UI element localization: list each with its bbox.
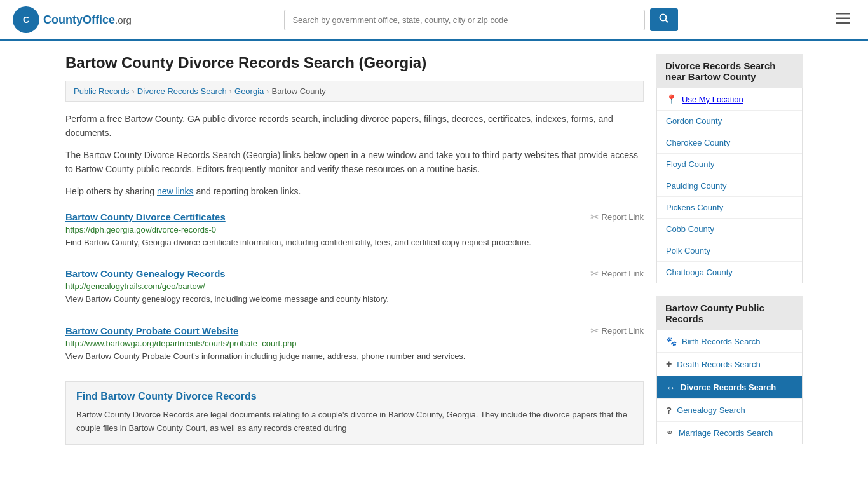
description-1: Perform a free Bartow County, GA public … — [65, 112, 644, 140]
nearby-cobb-county[interactable]: Cobb County — [657, 219, 802, 240]
breadcrumb-georgia[interactable]: Georgia — [234, 86, 264, 96]
floyd-county-link[interactable]: Floyd County — [666, 159, 715, 169]
find-section: Find Bartow County Divorce Records Barto… — [65, 381, 644, 445]
report-link-3[interactable]: ✂ Report Link — [590, 325, 644, 337]
svg-rect-4 — [836, 13, 850, 15]
nearby-pickens-county[interactable]: Pickens County — [657, 197, 802, 219]
use-location-item[interactable]: 📍 Use My Location — [657, 88, 802, 111]
report-label-3: Report Link — [602, 326, 644, 336]
report-label-1: Report Link — [602, 212, 644, 222]
gordon-county-link[interactable]: Gordon County — [666, 116, 722, 126]
svg-text:C: C — [23, 15, 29, 25]
find-title: Find Bartow County Divorce Records — [76, 391, 633, 402]
record-desc-2: View Bartow County genealogy records, in… — [65, 293, 644, 306]
logo-org: .org — [115, 15, 132, 25]
record-entry-3: Bartow County Probate Court Website ✂ Re… — [65, 325, 644, 369]
birth-records-link[interactable]: Birth Records Search — [682, 337, 761, 346]
record-header-1: Bartow County Divorce Certificates ✂ Rep… — [65, 211, 644, 223]
search-button[interactable] — [650, 8, 678, 31]
nearby-gordon-county[interactable]: Gordon County — [657, 111, 802, 132]
public-records-header: Bartow County Public Records — [656, 296, 803, 330]
main-container: Bartow County Divorce Records Search (Ge… — [53, 41, 815, 470]
breadcrumb-sep-1: › — [132, 86, 134, 96]
record-title-3[interactable]: Bartow County Probate Court Website — [65, 325, 238, 336]
nearby-section: Divorce Records Search near Bartow Count… — [656, 54, 803, 283]
nearby-cherokee-county[interactable]: Cherokee County — [657, 132, 802, 154]
paulding-county-link[interactable]: Paulding County — [666, 181, 726, 191]
divorce-records-item[interactable]: ↔ Divorce Records Search — [657, 376, 802, 399]
record-desc-1: Find Bartow County, Georgia divorce cert… — [65, 236, 644, 249]
breadcrumb-sep-2: › — [229, 86, 232, 96]
use-location-link[interactable]: Use My Location — [682, 95, 743, 104]
search-area — [284, 8, 678, 31]
divorce-records-link[interactable]: Divorce Records Search — [681, 383, 776, 392]
location-icon: 📍 — [666, 94, 677, 104]
public-records-section: Bartow County Public Records 🐾 Birth Rec… — [656, 296, 803, 444]
report-icon-1: ✂ — [590, 211, 599, 223]
description-2: The Bartow County Divorce Records Search… — [65, 148, 644, 177]
svg-point-2 — [660, 15, 667, 21]
search-input[interactable] — [284, 10, 645, 30]
site-header: C CountyOffice.org — [0, 0, 868, 41]
logo-area: C CountyOffice.org — [13, 6, 132, 33]
pickens-county-link[interactable]: Pickens County — [666, 203, 723, 212]
nearby-floyd-county[interactable]: Floyd County — [657, 154, 802, 175]
logo-icon: C — [13, 6, 39, 33]
logo-name: CountyOffice — [43, 13, 115, 26]
record-url-3: http://www.bartowga.org/departments/cour… — [65, 339, 644, 348]
marriage-records-link[interactable]: Marriage Records Search — [679, 428, 773, 438]
breadcrumb-divorce-records-search[interactable]: Divorce Records Search — [137, 86, 227, 96]
death-records-link[interactable]: Death Records Search — [677, 360, 761, 369]
genealogy-icon: ? — [666, 405, 672, 416]
desc3-prefix: Help others by sharing — [65, 186, 157, 196]
breadcrumb-public-records[interactable]: Public Records — [74, 86, 129, 96]
report-icon-2: ✂ — [590, 268, 599, 280]
divorce-icon: ↔ — [666, 382, 675, 393]
record-header-3: Bartow County Probate Court Website ✂ Re… — [65, 325, 644, 337]
record-entry-1: Bartow County Divorce Certificates ✂ Rep… — [65, 211, 644, 255]
sidebar: Divorce Records Search near Bartow Count… — [656, 54, 803, 457]
desc3-suffix: and reporting broken links. — [194, 186, 301, 196]
page-title: Bartow County Divorce Records Search (Ge… — [65, 54, 644, 72]
svg-rect-6 — [836, 22, 850, 24]
record-title-2[interactable]: Bartow County Genealogy Records — [65, 268, 226, 279]
svg-rect-5 — [836, 17, 850, 19]
nearby-paulding-county[interactable]: Paulding County — [657, 175, 802, 197]
birth-records-item[interactable]: 🐾 Birth Records Search — [657, 330, 802, 353]
record-header-2: Bartow County Genealogy Records ✂ Report… — [65, 268, 644, 280]
death-records-item[interactable]: + Death Records Search — [657, 353, 802, 376]
new-links-link[interactable]: new links — [157, 186, 194, 196]
record-title-1[interactable]: Bartow County Divorce Certificates — [65, 212, 226, 222]
record-url-2: http://genealogytrails.com/geo/bartow/ — [65, 281, 644, 291]
public-records-list: 🐾 Birth Records Search + Death Records S… — [656, 330, 803, 444]
record-entry-2: Bartow County Genealogy Records ✂ Report… — [65, 268, 644, 312]
genealogy-item[interactable]: ? Genealogy Search — [657, 399, 802, 422]
breadcrumb-sep-3: › — [266, 86, 269, 96]
cobb-county-link[interactable]: Cobb County — [666, 224, 714, 234]
svg-line-3 — [666, 20, 668, 23]
marriage-records-item[interactable]: ⚭ Marriage Records Search — [657, 422, 802, 444]
breadcrumb-bartow-county: Bartow County — [272, 86, 326, 96]
polk-county-link[interactable]: Polk County — [666, 246, 710, 255]
content-area: Bartow County Divorce Records Search (Ge… — [65, 54, 644, 457]
description-3: Help others by sharing new links and rep… — [65, 184, 644, 198]
report-link-1[interactable]: ✂ Report Link — [590, 211, 644, 223]
chattooga-county-link[interactable]: Chattooga County — [666, 268, 733, 277]
death-icon: + — [666, 358, 672, 370]
nearby-header: Divorce Records Search near Bartow Count… — [656, 54, 803, 88]
logo-text: CountyOffice.org — [43, 13, 132, 27]
report-link-2[interactable]: ✂ Report Link — [590, 268, 644, 280]
find-desc: Bartow County Divorce Records are legal … — [76, 409, 633, 435]
marriage-icon: ⚭ — [666, 428, 674, 438]
breadcrumb: Public Records › Divorce Records Search … — [65, 81, 644, 102]
cherokee-county-link[interactable]: Cherokee County — [666, 138, 730, 147]
nearby-chattooga-county[interactable]: Chattooga County — [657, 262, 802, 283]
record-url-1: https://dph.georgia.gov/divorce-records-… — [65, 225, 644, 234]
nearby-list: 📍 Use My Location Gordon County Cherokee… — [656, 88, 803, 283]
report-icon-3: ✂ — [590, 325, 599, 337]
birth-icon: 🐾 — [666, 336, 677, 346]
record-desc-3: View Bartow County Probate Court's infor… — [65, 350, 644, 363]
genealogy-link[interactable]: Genealogy Search — [677, 405, 745, 415]
menu-button[interactable] — [831, 10, 855, 30]
nearby-polk-county[interactable]: Polk County — [657, 240, 802, 262]
